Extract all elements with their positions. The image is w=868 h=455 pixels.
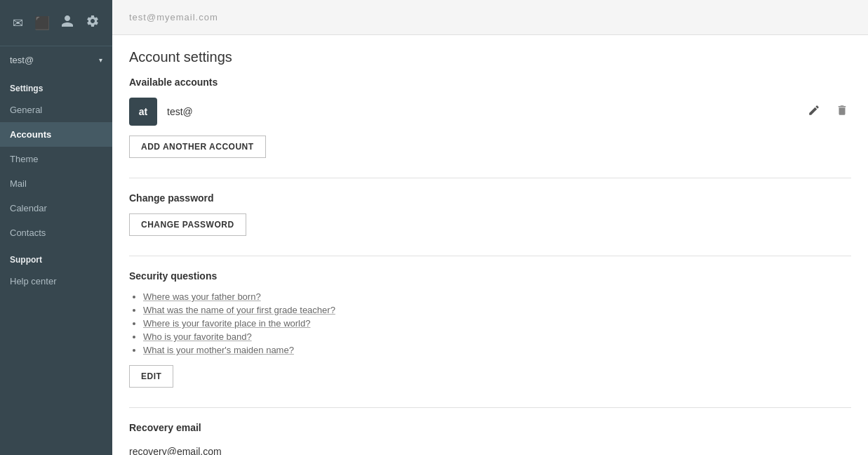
change-password-section: Change password CHANGE PASSWORD — [129, 192, 851, 236]
recovery-email-section: Recovery email — [129, 422, 851, 455]
sidebar-item-general[interactable]: General — [0, 98, 112, 122]
avatar-text: at — [139, 106, 147, 117]
mail-icon[interactable]: ✉ — [10, 13, 26, 34]
sidebar-item-accounts[interactable]: Accounts — [0, 122, 112, 147]
sidebar-item-mail[interactable]: Mail — [0, 171, 112, 196]
username-label: test@ — [10, 55, 34, 65]
security-question-5: What is your mother's maiden name? — [143, 345, 851, 355]
recovery-email-title: Recovery email — [129, 422, 851, 433]
edit-account-button[interactable] — [805, 101, 823, 122]
avatar: at — [129, 98, 157, 126]
sidebar: ✉ ⬛ test@ ▾ Settings General Accounts Th… — [0, 0, 112, 455]
settings-section-label: Settings — [0, 74, 112, 98]
edit-security-questions-button[interactable]: EDIT — [129, 365, 173, 388]
page-title: Account settings — [112, 35, 868, 77]
divider-1 — [129, 178, 851, 178]
user-menu[interactable]: test@ ▾ — [0, 46, 112, 74]
security-questions-list: Where was your father born? What was the… — [129, 291, 851, 355]
available-accounts-section: Available accounts at test@ ADD ANOTHER … — [129, 77, 851, 158]
security-question-3: Where is your favorite place in the worl… — [143, 318, 851, 329]
recovery-email-input[interactable] — [129, 443, 283, 455]
sidebar-icon-bar: ✉ ⬛ — [0, 0, 112, 46]
top-bar-email: test@myemail.com — [129, 12, 218, 22]
security-questions-section: Security questions Where was your father… — [129, 270, 851, 388]
security-question-2: What was the name of your first grade te… — [143, 305, 851, 315]
sidebar-item-theme[interactable]: Theme — [0, 147, 112, 171]
add-another-account-button[interactable]: ADD ANOTHER ACCOUNT — [129, 136, 266, 158]
security-question-4: Who is your favorite band? — [143, 331, 851, 342]
account-name: test@ — [167, 106, 795, 117]
divider-3 — [129, 407, 851, 408]
account-circle-icon[interactable] — [58, 11, 77, 34]
security-questions-title: Security questions — [129, 270, 851, 282]
main-content: test@myemail.com Account settings Availa… — [112, 0, 868, 455]
support-section-label: Support — [0, 245, 112, 269]
sidebar-item-help-center[interactable]: Help center — [0, 269, 112, 294]
change-password-title: Change password — [129, 192, 851, 204]
divider-2 — [129, 256, 851, 256]
available-accounts-title: Available accounts — [129, 77, 851, 88]
sidebar-item-contacts[interactable]: Contacts — [0, 220, 112, 245]
settings-gear-icon[interactable] — [83, 11, 102, 34]
account-row: at test@ — [129, 98, 851, 126]
user-dropdown-arrow: ▾ — [99, 56, 102, 64]
delete-account-button[interactable] — [833, 101, 851, 122]
content-area: Available accounts at test@ ADD ANOTHER … — [112, 77, 868, 455]
calendar-icon[interactable]: ⬛ — [32, 13, 53, 34]
change-password-button[interactable]: CHANGE PASSWORD — [129, 213, 246, 236]
security-question-1: Where was your father born? — [143, 291, 851, 302]
top-bar: test@myemail.com — [112, 0, 868, 35]
sidebar-item-calendar[interactable]: Calendar — [0, 196, 112, 220]
